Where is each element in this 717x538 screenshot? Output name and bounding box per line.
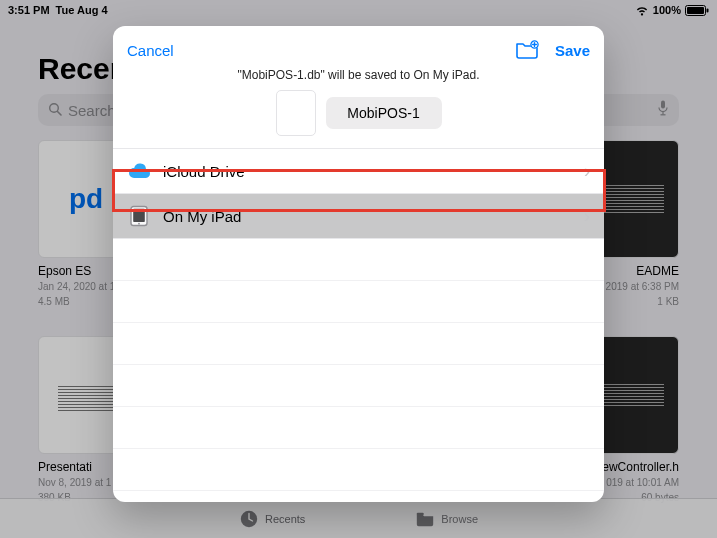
empty-rows — [113, 239, 604, 491]
file-preview-thumb — [276, 90, 316, 136]
save-button[interactable]: Save — [555, 42, 590, 59]
new-folder-icon[interactable] — [515, 40, 539, 60]
location-on-my-ipad[interactable]: On My iPad › — [113, 194, 604, 239]
location-icloud-drive[interactable]: iCloud Drive › — [113, 148, 604, 194]
filename-input[interactable] — [326, 97, 442, 129]
filename-row — [113, 90, 604, 148]
location-list: iCloud Drive › On My iPad › — [113, 148, 604, 502]
ipad-icon — [127, 204, 151, 228]
cancel-button[interactable]: Cancel — [127, 42, 174, 59]
location-label: On My iPad — [163, 208, 241, 225]
svg-rect-15 — [133, 209, 145, 222]
svg-point-16 — [138, 223, 140, 225]
modal-header: Cancel Save — [113, 26, 604, 68]
save-modal: Cancel Save "MobiPOS-1.db" will be saved… — [113, 26, 604, 502]
chevron-right-icon: › — [584, 206, 590, 227]
cloud-icon — [127, 159, 151, 183]
modal-subtitle: "MobiPOS-1.db" will be saved to On My iP… — [113, 68, 604, 90]
chevron-right-icon: › — [584, 161, 590, 182]
location-label: iCloud Drive — [163, 163, 245, 180]
